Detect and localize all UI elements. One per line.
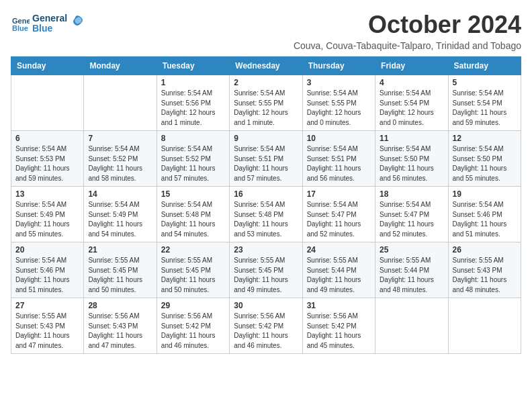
header-day-wednesday: Wednesday: [230, 57, 302, 75]
day-number: 12: [453, 134, 517, 143]
day-cell: 29Sunrise: 5:56 AM Sunset: 5:42 PM Dayli…: [157, 298, 229, 354]
day-cell: 27Sunrise: 5:55 AM Sunset: 5:43 PM Dayli…: [11, 298, 84, 354]
day-cell: 18Sunrise: 5:54 AM Sunset: 5:47 PM Dayli…: [375, 187, 448, 242]
day-number: 24: [307, 245, 371, 255]
day-number: 10: [307, 134, 371, 143]
header-day-thursday: Thursday: [302, 57, 375, 75]
day-cell: 30Sunrise: 5:56 AM Sunset: 5:42 PM Dayli…: [230, 298, 302, 354]
day-cell: 19Sunrise: 5:54 AM Sunset: 5:46 PM Dayli…: [448, 187, 521, 242]
day-info: Sunrise: 5:56 AM Sunset: 5:42 PM Dayligh…: [307, 312, 371, 351]
header-day-friday: Friday: [375, 57, 448, 75]
day-cell: 7Sunrise: 5:54 AM Sunset: 5:52 PM Daylig…: [84, 131, 157, 187]
week-row-3: 13Sunrise: 5:54 AM Sunset: 5:49 PM Dayli…: [11, 187, 521, 242]
subtitle: Couva, Couva-Tabaquite-Talparo, Trinidad…: [294, 40, 521, 51]
week-row-4: 20Sunrise: 5:54 AM Sunset: 5:46 PM Dayli…: [11, 242, 521, 298]
day-cell: 31Sunrise: 5:56 AM Sunset: 5:42 PM Dayli…: [302, 298, 375, 354]
day-cell: [11, 75, 84, 131]
day-cell: 15Sunrise: 5:54 AM Sunset: 5:48 PM Dayli…: [157, 187, 229, 242]
day-number: 6: [15, 134, 79, 143]
day-info: Sunrise: 5:54 AM Sunset: 5:52 PM Dayligh…: [161, 144, 225, 183]
week-row-5: 27Sunrise: 5:55 AM Sunset: 5:43 PM Dayli…: [11, 298, 521, 354]
day-number: 3: [307, 78, 371, 87]
day-info: Sunrise: 5:54 AM Sunset: 5:49 PM Dayligh…: [15, 200, 79, 239]
day-cell: 16Sunrise: 5:54 AM Sunset: 5:48 PM Dayli…: [230, 187, 302, 242]
day-number: 15: [161, 189, 225, 199]
page-header: General Blue General Blue October 2024 C…: [11, 11, 521, 51]
day-info: Sunrise: 5:55 AM Sunset: 5:45 PM Dayligh…: [161, 256, 225, 295]
day-cell: 5Sunrise: 5:54 AM Sunset: 5:54 PM Daylig…: [448, 75, 521, 131]
header-row: SundayMondayTuesdayWednesdayThursdayFrid…: [11, 57, 521, 75]
day-info: Sunrise: 5:55 AM Sunset: 5:44 PM Dayligh…: [380, 256, 443, 295]
logo-line1: General: [32, 13, 67, 24]
day-number: 16: [234, 189, 298, 199]
day-info: Sunrise: 5:54 AM Sunset: 5:53 PM Dayligh…: [15, 144, 79, 183]
day-number: 29: [161, 301, 225, 310]
day-number: 23: [234, 245, 298, 255]
day-cell: 14Sunrise: 5:54 AM Sunset: 5:49 PM Dayli…: [84, 187, 157, 242]
day-number: 8: [161, 134, 225, 143]
week-row-2: 6Sunrise: 5:54 AM Sunset: 5:53 PM Daylig…: [11, 131, 521, 187]
day-cell: [84, 75, 157, 131]
month-title: October 2024: [294, 11, 521, 39]
day-number: 27: [15, 301, 79, 310]
day-info: Sunrise: 5:54 AM Sunset: 5:46 PM Dayligh…: [15, 256, 79, 295]
logo-icon: General Blue: [11, 14, 30, 33]
day-cell: 6Sunrise: 5:54 AM Sunset: 5:53 PM Daylig…: [11, 131, 84, 187]
day-cell: 4Sunrise: 5:54 AM Sunset: 5:54 PM Daylig…: [375, 75, 448, 131]
logo: General Blue General Blue: [11, 13, 84, 34]
day-number: 22: [161, 245, 225, 255]
svg-text:Blue: Blue: [12, 24, 28, 32]
day-info: Sunrise: 5:54 AM Sunset: 5:51 PM Dayligh…: [234, 144, 298, 183]
day-info: Sunrise: 5:54 AM Sunset: 5:55 PM Dayligh…: [234, 89, 298, 128]
day-cell: 2Sunrise: 5:54 AM Sunset: 5:55 PM Daylig…: [230, 75, 302, 131]
day-info: Sunrise: 5:54 AM Sunset: 5:46 PM Dayligh…: [453, 200, 517, 239]
day-number: 18: [380, 189, 443, 199]
day-info: Sunrise: 5:54 AM Sunset: 5:56 PM Dayligh…: [161, 89, 225, 128]
header-day-monday: Monday: [84, 57, 157, 75]
week-row-1: 1Sunrise: 5:54 AM Sunset: 5:56 PM Daylig…: [11, 75, 521, 131]
day-cell: 21Sunrise: 5:55 AM Sunset: 5:45 PM Dayli…: [84, 242, 157, 298]
day-info: Sunrise: 5:54 AM Sunset: 5:50 PM Dayligh…: [453, 144, 517, 183]
day-info: Sunrise: 5:55 AM Sunset: 5:44 PM Dayligh…: [307, 256, 371, 295]
day-cell: 3Sunrise: 5:54 AM Sunset: 5:55 PM Daylig…: [302, 75, 375, 131]
header-day-sunday: Sunday: [11, 57, 84, 75]
day-cell: 9Sunrise: 5:54 AM Sunset: 5:51 PM Daylig…: [230, 131, 302, 187]
day-number: 4: [380, 78, 443, 87]
header-day-saturday: Saturday: [448, 57, 521, 75]
day-cell: 1Sunrise: 5:54 AM Sunset: 5:56 PM Daylig…: [157, 75, 229, 131]
day-number: 21: [88, 245, 152, 255]
day-cell: 24Sunrise: 5:55 AM Sunset: 5:44 PM Dayli…: [302, 242, 375, 298]
day-number: 30: [234, 301, 298, 310]
day-info: Sunrise: 5:55 AM Sunset: 5:43 PM Dayligh…: [15, 312, 79, 351]
day-cell: 23Sunrise: 5:55 AM Sunset: 5:45 PM Dayli…: [230, 242, 302, 298]
day-info: Sunrise: 5:54 AM Sunset: 5:52 PM Dayligh…: [88, 144, 152, 183]
header-day-tuesday: Tuesday: [157, 57, 229, 75]
day-number: 2: [234, 78, 298, 87]
day-info: Sunrise: 5:56 AM Sunset: 5:42 PM Dayligh…: [161, 312, 225, 351]
day-number: 14: [88, 189, 152, 199]
day-cell: 25Sunrise: 5:55 AM Sunset: 5:44 PM Dayli…: [375, 242, 448, 298]
day-cell: 13Sunrise: 5:54 AM Sunset: 5:49 PM Dayli…: [11, 187, 84, 242]
day-info: Sunrise: 5:56 AM Sunset: 5:42 PM Dayligh…: [234, 312, 298, 351]
day-cell: 28Sunrise: 5:56 AM Sunset: 5:43 PM Dayli…: [84, 298, 157, 354]
day-info: Sunrise: 5:54 AM Sunset: 5:48 PM Dayligh…: [234, 200, 298, 239]
day-number: 25: [380, 245, 443, 255]
day-number: 17: [307, 189, 371, 199]
day-number: 5: [453, 78, 517, 87]
day-cell: 11Sunrise: 5:54 AM Sunset: 5:50 PM Dayli…: [375, 131, 448, 187]
day-info: Sunrise: 5:54 AM Sunset: 5:54 PM Dayligh…: [453, 89, 517, 128]
day-number: 1: [161, 78, 225, 87]
day-number: 31: [307, 301, 371, 310]
day-number: 13: [15, 189, 79, 199]
day-cell: 8Sunrise: 5:54 AM Sunset: 5:52 PM Daylig…: [157, 131, 229, 187]
day-info: Sunrise: 5:54 AM Sunset: 5:51 PM Dayligh…: [307, 144, 371, 183]
day-cell: 26Sunrise: 5:55 AM Sunset: 5:43 PM Dayli…: [448, 242, 521, 298]
day-info: Sunrise: 5:54 AM Sunset: 5:49 PM Dayligh…: [88, 200, 152, 239]
day-number: 11: [380, 134, 443, 143]
day-number: 19: [453, 189, 517, 199]
day-info: Sunrise: 5:56 AM Sunset: 5:43 PM Dayligh…: [88, 312, 152, 351]
day-number: 20: [15, 245, 79, 255]
day-number: 28: [88, 301, 152, 310]
day-cell: [448, 298, 521, 354]
day-info: Sunrise: 5:55 AM Sunset: 5:43 PM Dayligh…: [453, 256, 517, 295]
